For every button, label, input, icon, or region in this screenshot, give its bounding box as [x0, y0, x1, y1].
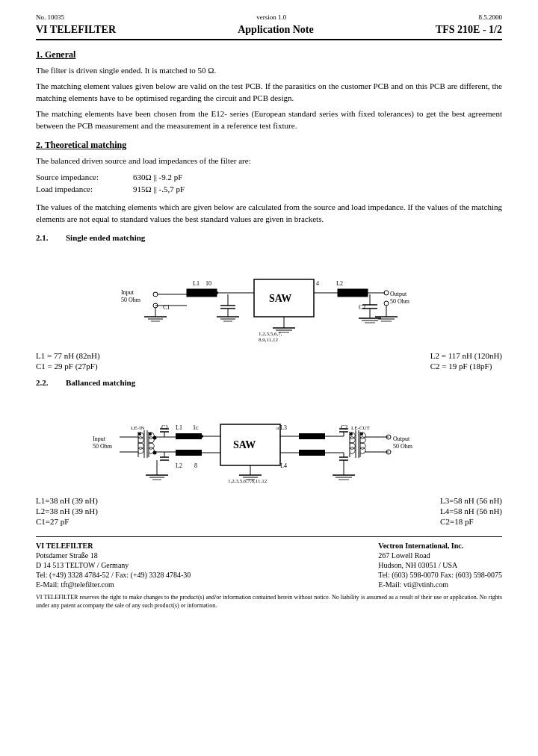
top-meta: No. 10035 version 1.0 8.5.2000 [36, 13, 502, 21]
company-name: VI TELEFILTER [36, 24, 116, 36]
svg-text:8: 8 [194, 462, 197, 469]
svg-text:Output: Output [393, 436, 410, 442]
footer-disclaimer: VI TELEFILTER reserves the right to make… [36, 593, 502, 610]
svg-text:LE-CUT: LE-CUT [351, 425, 371, 431]
svg-point-62 [149, 433, 152, 436]
svg-rect-74 [176, 433, 202, 439]
svg-text:4: 4 [316, 280, 319, 287]
subsection21-header: 2.1. Single ended matching [36, 233, 502, 242]
svg-text:Output: Output [390, 291, 407, 297]
values21-right: L2 = 117 nH (120nH) C2 = 19 pF (18pF) [430, 351, 502, 371]
svg-text:L3: L3 [280, 424, 287, 431]
svg-point-110 [360, 433, 363, 436]
l1-38-value: L1=38 nH (39 nH) [36, 496, 98, 505]
footer-email-left: E-Mail: tft@telefilter.com [36, 580, 191, 589]
section1-p2: The matching element values given below … [36, 81, 502, 105]
footer-address2-left: D 14 513 TELTOW / Germany [36, 561, 191, 569]
subsection21-num: 2.1. [36, 233, 66, 242]
document-title: Application Note [238, 24, 314, 36]
svg-point-2 [153, 292, 158, 297]
c1-27-value: C1=27 pF [36, 517, 98, 526]
svg-text:LE-IN: LE-IN [131, 425, 144, 431]
svg-rect-91 [299, 433, 325, 439]
svg-rect-8 [187, 289, 217, 297]
circuit-svg-balanced: Input 50 Ohm LE-IN [90, 394, 448, 492]
svg-point-61 [138, 433, 141, 436]
svg-point-125 [153, 436, 157, 439]
c2-value: C2 = 19 pF (18pF) [430, 362, 502, 371]
values21-left: L1 = 77 nH (82nH) C1 = 29 pF (27pF) [36, 351, 100, 371]
svg-text:a: a [276, 425, 279, 431]
svg-text:50 Ohm: 50 Ohm [93, 443, 113, 450]
svg-rect-79 [176, 450, 202, 456]
svg-point-19 [384, 301, 389, 306]
svg-text:1,2,3,5,6,7,: 1,2,3,5,6,7, [259, 331, 282, 337]
svg-text:L4: L4 [280, 462, 287, 469]
svg-point-109 [350, 433, 353, 436]
l2-value: L2 = 117 nH (120nH) [430, 351, 502, 360]
subsection22-label: Ballanced matching [66, 378, 135, 387]
load-impedance: Load impedance: 915Ω || -.5,7 pF [36, 183, 502, 196]
svg-point-126 [153, 450, 157, 454]
page: No. 10035 version 1.0 8.5.2000 VI TELEFI… [0, 0, 538, 756]
svg-text:1,2,3,5,6,7,8,11,12: 1,2,3,5,6,7,8,11,12 [228, 478, 268, 484]
svg-text:L2: L2 [336, 280, 343, 287]
svg-text:50 Ohm: 50 Ohm [393, 443, 413, 450]
header: VI TELEFILTER Application Note TFS 210E … [36, 24, 502, 40]
svg-point-76 [200, 435, 203, 438]
footer-tel-right: Tel: (603) 598-0070 Fax: (603) 598-0075 [378, 571, 502, 579]
values22-left: L1=38 nH (39 nH) L2=38 nH (39 nH) C1=27 … [36, 496, 98, 526]
footer-right: Vectron International, Inc. 267 Lowell R… [378, 542, 502, 589]
svg-text:SAW: SAW [269, 293, 291, 304]
circuit-svg-single: Input 50 Ohm L1 10 SAW 4 L2 [112, 250, 426, 347]
footer-tel-left: Tel: (+49) 3328 4784-52 / Fax: (+49) 332… [36, 571, 191, 579]
section2-heading: 2. Theoretical matching [36, 140, 502, 151]
footer: VI TELEFILTER Potsdamer Straße 18 D 14 5… [36, 536, 502, 589]
footer-address1-left: Potsdamer Straße 18 [36, 551, 191, 560]
meta-right: 8.5.2000 [479, 13, 503, 21]
svg-text:SAW: SAW [233, 439, 256, 450]
l1-value: L1 = 77 nH (82nH) [36, 351, 100, 360]
balanced-circuit: Input 50 Ohm LE-IN [36, 394, 502, 492]
section22-values: L1=38 nH (39 nH) L2=38 nH (39 nH) C1=27 … [36, 496, 502, 526]
section2-intro: The balanced driven source and load impe… [36, 155, 502, 167]
section2-note: The values of the matching elements whic… [36, 202, 502, 226]
svg-rect-95 [299, 450, 325, 456]
footer-email-right: E-Mail: vti@vtinh.com [378, 580, 502, 589]
subsection22-num: 2.2. [36, 378, 66, 387]
footer-address1-right: 267 Lowell Road [378, 551, 502, 560]
footer-company-left: VI TELEFILTER [36, 542, 191, 550]
svg-text:C1: C1 [163, 304, 170, 311]
section1-heading: 1. General [36, 49, 502, 61]
svg-rect-16 [338, 289, 368, 297]
svg-text:L2: L2 [176, 462, 182, 469]
svg-text:C1: C1 [161, 424, 168, 431]
svg-text:Input: Input [93, 436, 106, 442]
meta-left: No. 10035 [36, 13, 64, 21]
single-ended-circuit: Input 50 Ohm L1 10 SAW 4 L2 [36, 250, 502, 347]
svg-text:50 Ohm: 50 Ohm [390, 298, 410, 305]
svg-text:L1: L1 [193, 280, 200, 287]
section1-p1: The filter is driven single ended. It is… [36, 65, 502, 77]
l4-58-value: L4=58 nH (56 nH) [440, 506, 502, 515]
meta-center: version 1.0 [256, 13, 286, 21]
values22-right: L3=58 nH (56 nH) L4=58 nH (56 nH) C2=18 … [440, 496, 502, 526]
l2-38-value: L2=38 nH (39 nH) [36, 506, 98, 515]
svg-text:1c: 1c [193, 424, 199, 431]
svg-text:50 Ohm: 50 Ohm [121, 297, 141, 303]
l3-58-value: L3=58 nH (56 nH) [440, 496, 502, 505]
subsection21-label: Single ended matching [66, 233, 145, 242]
svg-text:L1: L1 [176, 424, 182, 431]
source-impedance: Source impedance: 630Ω || -9.2 pF [36, 171, 502, 184]
document-ref: TFS 210E - 1/2 [436, 24, 502, 36]
svg-text:Input: Input [121, 289, 134, 296]
svg-text:8,9,11,12: 8,9,11,12 [259, 337, 278, 343]
svg-text:10: 10 [205, 280, 211, 287]
svg-text:C2: C2 [341, 424, 347, 431]
subsection22-header: 2.2. Ballanced matching [36, 378, 502, 387]
svg-point-10 [215, 291, 218, 294]
footer-left: VI TELEFILTER Potsdamer Straße 18 D 14 5… [36, 542, 191, 589]
c1-value: C1 = 29 pF (27pF) [36, 362, 100, 371]
footer-address2-right: Hudson, NH 03051 / USA [378, 561, 502, 569]
section1-p3: The matching elements have been chosen f… [36, 108, 502, 132]
